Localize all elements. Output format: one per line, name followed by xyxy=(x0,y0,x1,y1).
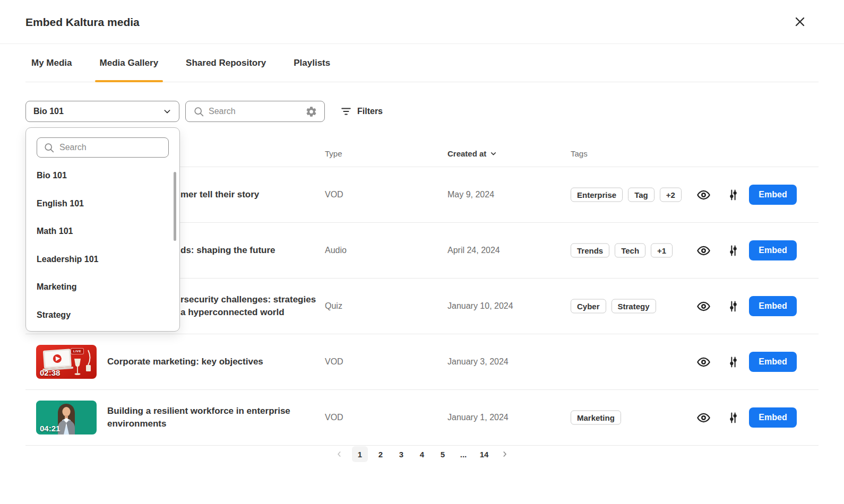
embed-button[interactable]: Embed xyxy=(749,296,797,316)
media-search xyxy=(185,101,325,122)
media-title-line: ds: shaping the future xyxy=(180,244,275,257)
dropdown-scrollbar[interactable] xyxy=(174,172,176,241)
sliders-icon xyxy=(727,411,740,424)
preview-button[interactable] xyxy=(695,298,711,314)
column-header-created-at[interactable]: Created at xyxy=(447,149,497,158)
media-created-at: January 1, 2024 xyxy=(447,413,509,422)
page-button-5[interactable]: 5 xyxy=(435,446,451,462)
tag-overflow-chip[interactable]: +1 xyxy=(651,244,673,258)
media-tags: Enterprise Tag +2 xyxy=(571,188,682,202)
settings-button[interactable] xyxy=(725,187,741,203)
preview-button[interactable] xyxy=(695,354,711,370)
embed-button[interactable]: Embed xyxy=(749,407,797,428)
duration-label: 02:38 xyxy=(40,368,60,377)
chevron-right-icon xyxy=(501,450,509,458)
preview-button[interactable] xyxy=(695,410,711,425)
media-created-at: January 10, 2024 xyxy=(447,301,513,311)
tag-chip[interactable]: Strategy xyxy=(612,299,656,314)
tag-chip[interactable]: Cyber xyxy=(571,299,606,314)
table-row: LIVE 02:38 Corporate marketing: key obje… xyxy=(25,334,819,390)
course-dropdown-search xyxy=(37,137,169,158)
tag-chip[interactable]: Marketing xyxy=(571,411,621,425)
media-type: VOD xyxy=(325,357,343,367)
tab-label: My Media xyxy=(31,58,72,68)
page-button-2[interactable]: 2 xyxy=(373,446,389,462)
page-button-1[interactable]: 1 xyxy=(352,446,368,462)
media-title-line: Corporate marketing: key objectives xyxy=(107,355,263,368)
media-type: VOD xyxy=(325,190,343,199)
column-header-type: Type xyxy=(325,149,342,158)
next-page-button[interactable] xyxy=(497,446,513,462)
media-created-at: January 3, 2024 xyxy=(447,357,509,367)
eye-icon xyxy=(696,188,711,202)
tab-media-gallery[interactable]: Media Gallery xyxy=(100,45,159,82)
live-badge: LIVE xyxy=(71,349,83,354)
course-search-input[interactable] xyxy=(59,143,162,152)
duration-label: 04:21 xyxy=(40,424,60,433)
page-button-4[interactable]: 4 xyxy=(414,446,430,462)
preview-button[interactable] xyxy=(695,187,711,203)
tab-label: Shared Repository xyxy=(186,58,266,68)
preview-button[interactable] xyxy=(695,242,711,258)
media-title: Corporate marketing: key objectives xyxy=(107,334,263,389)
chevron-down-icon xyxy=(163,107,171,116)
embed-button[interactable]: Embed xyxy=(749,185,797,205)
tag-chip[interactable]: Trends xyxy=(571,244,609,258)
sliders-icon xyxy=(727,355,740,369)
tag-chip[interactable]: Enterprise xyxy=(571,188,623,202)
media-title: Building a resilient workforce in enterp… xyxy=(107,390,290,445)
filters-button[interactable]: Filters xyxy=(340,101,383,122)
search-icon xyxy=(44,142,55,153)
course-option-english-101[interactable]: English 101 xyxy=(26,190,179,218)
media-tags: Trends Tech +1 xyxy=(571,244,673,258)
embed-button[interactable]: Embed xyxy=(749,352,797,372)
search-input[interactable] xyxy=(209,107,303,116)
embed-button[interactable]: Embed xyxy=(749,240,797,260)
media-title-line: mer tell their story xyxy=(180,188,259,201)
gear-icon xyxy=(305,106,317,118)
sliders-icon xyxy=(727,300,740,313)
video-thumbnail[interactable]: 04:21 xyxy=(36,401,97,435)
search-settings-button[interactable] xyxy=(303,103,319,119)
tag-chip[interactable]: Tech xyxy=(615,244,645,258)
media-title: ds: shaping the future xyxy=(180,223,275,278)
settings-button[interactable] xyxy=(725,298,741,314)
tab-my-media[interactable]: My Media xyxy=(31,45,72,82)
video-thumbnail[interactable]: LIVE 02:38 xyxy=(36,345,97,379)
tag-chip[interactable]: Tag xyxy=(628,188,654,202)
media-title-line: a hyperconnected world xyxy=(180,306,316,319)
page-button-3[interactable]: 3 xyxy=(393,446,409,462)
tab-shared-repository[interactable]: Shared Repository xyxy=(186,45,266,82)
eye-icon xyxy=(696,355,711,369)
course-option-leadership-101[interactable]: Leadership 101 xyxy=(26,246,179,274)
tab-bar: My Media Media Gallery Shared Repository… xyxy=(25,45,819,82)
sliders-icon xyxy=(727,188,740,202)
settings-button[interactable] xyxy=(725,242,741,258)
media-type: Audio xyxy=(325,246,347,255)
tab-label: Playlists xyxy=(294,58,330,68)
settings-button[interactable] xyxy=(725,410,741,425)
media-title: mer tell their story xyxy=(180,167,259,222)
page-title: Embed Kaltura media xyxy=(25,16,140,29)
media-tags: Marketing xyxy=(571,411,621,425)
tag-overflow-chip[interactable]: +2 xyxy=(660,188,682,202)
page-button-14[interactable]: 14 xyxy=(476,446,492,462)
tab-playlists[interactable]: Playlists xyxy=(294,45,330,82)
course-select[interactable]: Bio 101 xyxy=(25,101,179,122)
course-option-math-101[interactable]: Math 101 xyxy=(26,218,179,246)
course-option-marketing[interactable]: Marketing xyxy=(26,273,179,301)
eye-icon xyxy=(696,299,711,314)
close-button[interactable] xyxy=(793,15,807,29)
table-row: 04:21 Building a resilient workforce in … xyxy=(25,390,819,446)
prev-page-button[interactable] xyxy=(331,446,347,462)
filters-label: Filters xyxy=(357,107,383,116)
media-tags: Cyber Strategy xyxy=(571,299,656,314)
settings-button[interactable] xyxy=(725,354,741,370)
column-header-label: Created at xyxy=(447,149,486,158)
course-option-bio-101[interactable]: Bio 101 xyxy=(26,162,179,190)
close-icon xyxy=(793,15,807,29)
chevron-left-icon xyxy=(335,450,343,458)
media-title-line: Building a resilient workforce in enterp… xyxy=(107,405,290,418)
course-option-strategy[interactable]: Strategy xyxy=(26,301,179,329)
course-option-list: Bio 101 English 101 Math 101 Leadership … xyxy=(26,162,179,329)
